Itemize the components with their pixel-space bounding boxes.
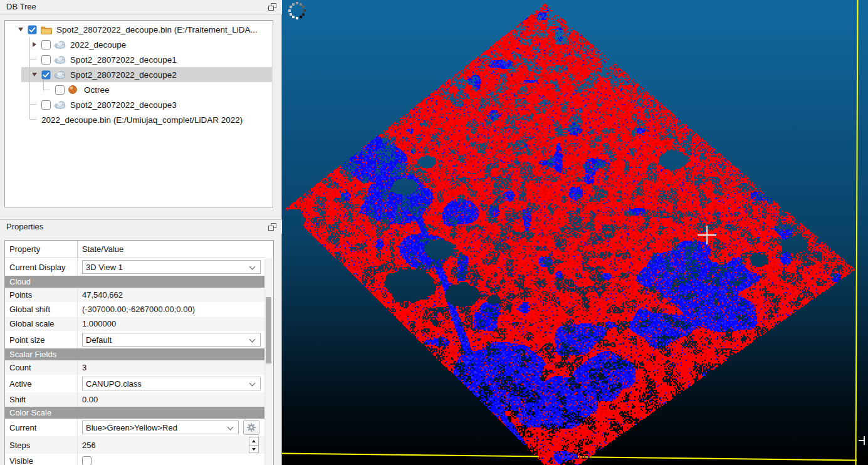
property-value: 256 [82,441,96,450]
property-label: Visible [5,454,78,465]
properties-table: PropertyState/ValueCurrent Display3D Vie… [4,240,274,465]
section-header-cloud: Cloud [5,276,265,288]
cloud-icon [54,39,67,50]
cloud-icon [54,100,67,110]
dropdown-value: Default [86,335,112,345]
tree-item-label: Spot2_28072022_decoupe1 [70,55,177,65]
dropdown-point-size[interactable]: Default [82,333,261,347]
tree-item[interactable]: Spot2_28072022_decoupe2 [5,67,273,82]
properties-column-headers: PropertyState/Value [5,241,265,258]
property-label: Shift [5,392,78,407]
dropdown-active[interactable]: CANUPO.class [82,377,261,390]
property-row: Count3 [5,360,265,375]
point-cloud-render[interactable] [282,0,868,465]
tree-item[interactable]: Spot2_28072022_decoupe1 [5,52,273,67]
3d-view[interactable] [282,0,868,465]
properties-scrollbar[interactable] [264,258,272,465]
property-row: Point sizeDefault [5,331,265,348]
scrollbar-handle[interactable] [266,297,271,363]
dropdown-value: 3D View 1 [86,263,123,272]
tree-branch-line [29,37,30,120]
property-value-cell: 47,540,662 [78,288,265,302]
column-header-property: Property [5,241,78,258]
chevron-down-icon [227,424,234,431]
tree-branch-line [29,104,36,105]
property-row: CurrentBlue>Green>Yellow>Red [5,419,265,436]
property-value: 1.000000 [82,319,116,328]
visibility-checkbox-unchecked[interactable] [41,55,51,65]
property-value-cell [78,454,265,465]
properties-header: Properties [0,219,282,234]
float-window-icon[interactable] [268,3,276,11]
property-label: Points [5,288,78,302]
db-tree: Spot2_28072022_decoupe.bin (E:/Traitemen… [4,20,273,207]
property-label: Count [5,360,78,375]
cloudcompare-window: DB Tree Spot2_28072022_decoupe.bin (E:/T… [0,0,868,465]
tree-item-label: 2022_decoupe.bin (E:/Umiujaq_complet/LiD… [41,115,243,125]
property-value-cell: 0.00 [78,392,265,407]
visibility-checkbox-checked[interactable] [41,70,51,80]
visibility-checkbox-unchecked[interactable] [55,85,65,95]
property-value-cell: 256 [78,436,265,454]
properties-title: Properties [6,222,43,231]
tree-item-label: Spot2_28072022_decoupe3 [70,100,177,110]
octree-icon [68,85,81,95]
property-row: Global scale1.000000 [5,316,265,331]
dropdown-value: CANUPO.class [86,379,142,389]
property-value: (-307000.00;-6267000.00;0.00) [82,305,195,314]
cloud-icon [54,70,67,80]
property-value-cell: Default [78,331,265,348]
visibility-checkbox-checked[interactable] [28,25,37,34]
visibility-checkbox-unchecked[interactable] [41,100,51,110]
spinner-down-button[interactable] [249,445,259,453]
property-label: Global scale [5,316,78,331]
property-row: Global shift(-307000.00;-6267000.00;0.00… [5,302,265,316]
cloud-icon [54,55,67,65]
property-value-cell: Blue>Green>Yellow>Red [78,419,265,436]
db-tree-header: DB Tree [0,0,282,14]
property-row: Steps256 [5,436,265,454]
tree-item[interactable]: 2022_decoupe [5,37,273,52]
db-tree-title: DB Tree [6,2,36,11]
tree-branch-line [29,59,36,60]
dropdown-current[interactable]: Blue>Green>Yellow>Red [82,421,239,434]
tree-branch-line [43,90,50,90]
property-row: ActiveCANUPO.class [5,375,265,392]
gear-button[interactable] [243,420,259,435]
property-value-cell: 3D View 1 [78,258,265,276]
tree-item-label: Spot2_28072022_decoupe2 [70,70,177,80]
tree-item[interactable]: Spot2_28072022_decoupe3 [5,97,273,112]
arrow-up-icon [252,440,256,442]
left-dock-panel: DB Tree Spot2_28072022_decoupe.bin (E:/T… [0,0,282,465]
tree-branch-line [29,119,36,120]
property-label: Current Display [5,258,78,276]
float-window-icon[interactable] [268,223,276,231]
tree-item-label: 2022_decoupe [70,40,126,50]
property-value: 47,540,662 [82,290,123,300]
tree-item[interactable]: 2022_decoupe.bin (E:/Umiujaq_complet/LiD… [5,112,273,127]
section-header-scalar-fields: Scalar Fields [5,348,265,360]
arrow-down-icon [252,448,256,451]
chevron-down-icon [249,337,256,343]
property-value: 3 [82,363,86,372]
property-value-cell: CANUPO.class [78,375,265,392]
folder-icon [40,24,53,34]
expander-expanded-icon[interactable] [14,28,28,31]
column-header-state-value: State/Value [78,241,123,258]
property-value-cell: (-307000.00;-6267000.00;0.00) [78,302,265,316]
spinner-up-button[interactable] [249,437,259,445]
property-value: 0.00 [82,395,98,404]
dropdown-value: Blue>Green>Yellow>Red [86,423,177,432]
property-row: Current Display3D View 1 [5,258,265,276]
steps-spinner [249,437,259,453]
property-label: Point size [5,331,78,348]
tree-item[interactable]: Spot2_28072022_decoupe.bin (E:/Traitemen… [5,22,273,37]
property-label: Steps [5,436,78,454]
tree-item-label: Octree [84,85,110,95]
section-header-color-scale: Color Scale [5,407,265,419]
visible-checkbox-unchecked[interactable] [82,456,92,465]
visibility-checkbox-unchecked[interactable] [41,40,51,50]
property-value-cell: 1.000000 [78,316,265,331]
dropdown-current-display[interactable]: 3D View 1 [82,260,261,274]
chevron-down-icon [249,264,256,270]
